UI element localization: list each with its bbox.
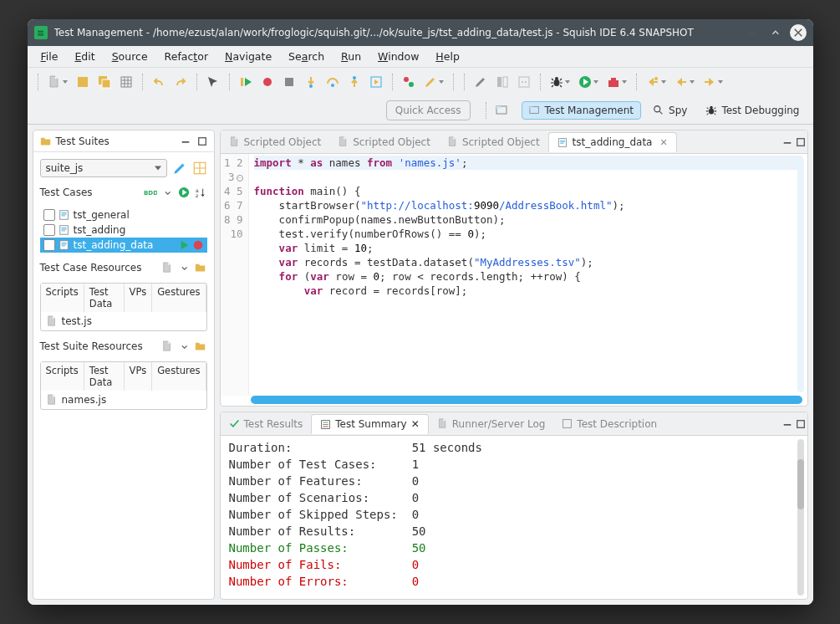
editor-body[interactable]: 1 2 3− 4 5 6 7 8 9 10 import * as names … <box>221 154 807 396</box>
run-test-case-button[interactable] <box>179 239 191 251</box>
test-case-row[interactable]: tst_adding <box>40 222 207 238</box>
menu-navigate[interactable]: Navigate <box>218 49 278 64</box>
close-tab-icon[interactable]: ✕ <box>659 137 667 148</box>
new-test-case-dropdown[interactable] <box>160 186 174 199</box>
step-into-button[interactable] <box>302 73 320 91</box>
test-case-list: tst_general tst_adding tst_adding_data <box>40 207 207 253</box>
tsr-tab-scripts[interactable]: Scripts <box>41 362 84 391</box>
menu-help[interactable]: Help <box>429 49 466 64</box>
test-case-row[interactable]: tst_general <box>40 207 207 222</box>
tcr-file-row[interactable]: test.js <box>41 312 206 330</box>
tsr-new-button[interactable] <box>160 340 174 353</box>
suite-settings-button[interactable] <box>172 161 187 176</box>
summary-vscrollbar[interactable] <box>797 439 804 596</box>
nav-forward-button[interactable] <box>700 73 725 91</box>
menu-source[interactable]: Source <box>105 49 155 64</box>
quick-access-input[interactable]: Quick Access <box>386 100 471 120</box>
suite-view-toggle-button[interactable] <box>192 161 207 176</box>
bottom-minimize-button[interactable] <box>781 417 794 431</box>
verify-breakpoints-button[interactable] <box>400 73 418 91</box>
undo-button[interactable] <box>150 73 168 91</box>
menu-file[interactable]: File <box>34 49 65 64</box>
test-case-checkbox[interactable] <box>43 224 55 236</box>
editor-vscrollbar[interactable] <box>797 157 804 392</box>
block-select-button[interactable] <box>493 73 512 91</box>
new-button[interactable] <box>45 73 70 91</box>
editor-hscrollbar[interactable] <box>251 396 802 404</box>
tcr-new-button[interactable] <box>160 261 174 274</box>
test-suites-tab[interactable]: Test Suites <box>33 133 118 150</box>
menu-search[interactable]: Search <box>282 49 331 64</box>
perspective-test-management[interactable]: Test Management <box>522 101 642 120</box>
step-return-button[interactable] <box>345 73 364 91</box>
highlight-button[interactable] <box>421 73 446 91</box>
redo-button[interactable] <box>171 73 190 91</box>
toolbar-row-2: Quick Access Test Management Spy Test De… <box>28 96 813 125</box>
tab-test-summary[interactable]: Test Summary ✕ <box>311 414 429 434</box>
tab-runner-log[interactable]: Runner/Server Log <box>429 415 554 433</box>
view-maximize-button[interactable] <box>196 135 209 148</box>
pick-tool-button[interactable] <box>204 73 222 91</box>
tcr-open-folder-button[interactable] <box>194 261 207 274</box>
stop-test-case-button[interactable] <box>192 239 204 251</box>
tsr-tab-vps[interactable]: VPs <box>125 362 153 391</box>
suite-select[interactable]: suite_js <box>40 159 167 177</box>
test-case-row[interactable]: tst_adding_data <box>40 238 207 253</box>
tsr-tab-testdata[interactable]: Test Data <box>84 362 125 391</box>
toggle-grid-button[interactable] <box>117 73 135 91</box>
menu-run[interactable]: Run <box>334 49 368 64</box>
run-all-button[interactable] <box>177 186 191 199</box>
menu-window[interactable]: Window <box>371 49 425 64</box>
tcr-tab-vps[interactable]: VPs <box>125 284 153 312</box>
tsr-tab-gestures[interactable]: Gestures <box>152 362 206 391</box>
sort-button[interactable]: az <box>194 186 207 199</box>
file-icon <box>229 136 240 147</box>
external-tools-button[interactable] <box>604 73 629 91</box>
launch-debug-button[interactable] <box>547 73 573 91</box>
svg-text:z: z <box>195 192 197 198</box>
editor-minimize-button[interactable] <box>781 136 794 149</box>
tcr-tab-scripts[interactable]: Scripts <box>41 284 84 312</box>
record-button[interactable] <box>258 73 277 91</box>
edit-source-button[interactable] <box>471 73 490 91</box>
editor-tab-inactive[interactable]: Scripted Object <box>329 133 439 151</box>
new-test-case-bdd-button[interactable]: BDD <box>144 186 157 199</box>
editor-tab-active[interactable]: tst_adding_data ✕ <box>548 132 677 152</box>
editor-maximize-button[interactable] <box>794 136 807 149</box>
test-case-checkbox[interactable] <box>43 239 55 251</box>
close-tab-icon[interactable]: ✕ <box>411 418 420 430</box>
tsr-file-row[interactable]: names.js <box>41 391 206 409</box>
debug-resume-button[interactable] <box>237 73 255 91</box>
test-case-checkbox[interactable] <box>43 209 55 221</box>
menu-refactor[interactable]: Refactor <box>158 49 215 64</box>
window-minimize-button[interactable] <box>743 24 760 41</box>
test-summary-body[interactable]: Duration: 51 seconds Number of Test Case… <box>221 436 807 599</box>
editor-code[interactable]: import * as names from 'names.js'; funct… <box>249 154 807 396</box>
editor-tab-inactive[interactable]: Scripted Object <box>221 133 330 151</box>
nav-back-button[interactable] <box>672 73 697 91</box>
tcr-tab-testdata[interactable]: Test Data <box>84 284 125 312</box>
window-close-button[interactable] <box>790 24 807 41</box>
show-whitespace-button[interactable] <box>515 73 533 91</box>
tcr-dropdown[interactable] <box>177 261 191 274</box>
run-to-line-button[interactable] <box>367 73 385 91</box>
open-perspective-button[interactable] <box>493 101 512 120</box>
launch-run-button[interactable] <box>576 73 601 91</box>
tsr-dropdown[interactable] <box>177 340 191 353</box>
menu-edit[interactable]: Edit <box>68 49 101 64</box>
editor-tab-inactive[interactable]: Scripted Object <box>439 133 548 151</box>
tsr-open-folder-button[interactable] <box>194 340 207 353</box>
window-maximize-button[interactable] <box>766 24 783 41</box>
bottom-maximize-button[interactable] <box>794 417 807 431</box>
view-minimize-button[interactable] <box>179 135 192 148</box>
tab-test-description[interactable]: Test Description <box>553 415 665 433</box>
tab-test-results[interactable]: Test Results <box>221 415 312 433</box>
save-button[interactable] <box>74 73 92 91</box>
save-all-button[interactable] <box>95 73 114 91</box>
step-over-button[interactable] <box>323 73 342 91</box>
nav-last-edit-button[interactable] <box>644 73 669 91</box>
perspective-spy[interactable]: Spy <box>646 102 694 119</box>
tcr-tab-gestures[interactable]: Gestures <box>152 284 206 312</box>
perspective-test-debugging[interactable]: Test Debugging <box>699 102 806 119</box>
debug-terminate-button[interactable] <box>280 73 298 91</box>
